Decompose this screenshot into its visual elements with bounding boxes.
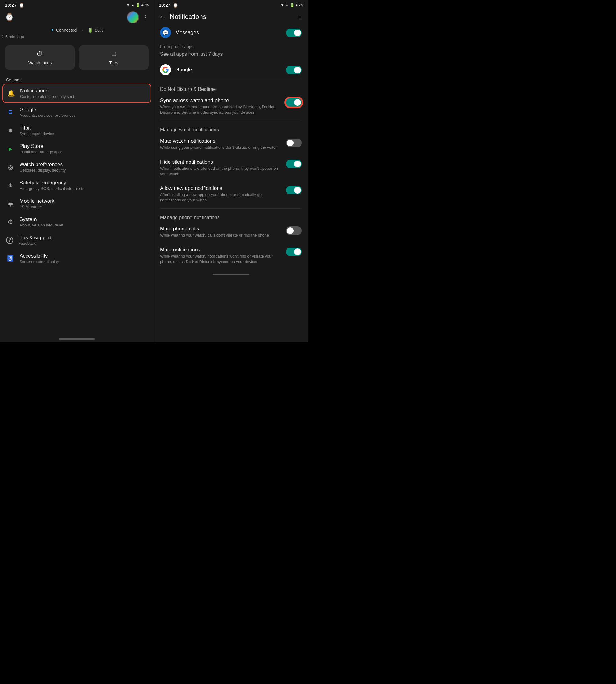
notifications-icon: 🔔 — [7, 89, 15, 97]
mute-notifs-toggle[interactable] — [286, 247, 302, 256]
connected-label: Connected — [56, 28, 77, 32]
right-battery-pct: 45% — [296, 3, 303, 7]
tiles-button-icon: ⊟ — [111, 50, 116, 58]
mobile-network-icon: ◉ — [6, 199, 15, 208]
settings-item-notifications[interactable]: 🔔 Notifications Customize alerts, recent… — [2, 84, 151, 103]
allow-new-app-toggle[interactable] — [286, 186, 302, 195]
allow-new-app-toggle-container — [286, 185, 302, 195]
sync-row-subtitle: When your watch and phone are connected … — [160, 104, 282, 115]
system-subtitle: About, version info, reset — [20, 223, 148, 227]
allow-new-app-row[interactable]: Allow new app notifications After instal… — [154, 181, 308, 207]
mute-calls-row[interactable]: Mute phone calls While wearing your watc… — [154, 222, 308, 242]
tiles-button[interactable]: ⊟ Tiles — [79, 45, 149, 70]
see-all-label[interactable]: See all apps from last 7 days — [154, 50, 308, 61]
mute-watch-subtitle: While using your phone, notifications do… — [160, 145, 282, 150]
right-panel: 10:27 ⌚ ▼ ▲ 🔋 45% ← Notifications ⋮ 💬 Me… — [154, 0, 308, 342]
left-header: ⌚ ⋮ — [0, 9, 154, 26]
fitbit-text: Fitbit Sync, unpair device — [20, 125, 148, 136]
from-phone-apps-label: From phone apps — [154, 42, 308, 50]
google-toggle[interactable] — [286, 66, 302, 74]
play-store-text: Play Store Install and manage apps — [20, 143, 148, 154]
system-text: System About, version info, reset — [20, 216, 148, 227]
battery-pct-label: 80% — [95, 28, 103, 32]
settings-item-system[interactable]: ⚙ System About, version info, reset — [2, 213, 151, 231]
wifi-icon: ▼ — [126, 3, 130, 7]
divider-3 — [160, 208, 302, 209]
messages-app-row[interactable]: 💬 Messages — [154, 23, 308, 42]
mute-watch-toggle[interactable] — [286, 139, 302, 147]
mobile-network-title: Mobile network — [20, 198, 148, 204]
mute-notifs-row[interactable]: Mute notifications While wearing your wa… — [154, 243, 308, 269]
divider-1 — [160, 80, 302, 81]
divider-2 — [160, 121, 302, 121]
fitbit-icon: ⁜ — [6, 126, 15, 135]
watch-faces-button-icon: ⏱ — [37, 50, 43, 58]
tips-subtitle: Feedback — [18, 241, 148, 246]
back-button[interactable]: ← Notifications — [159, 13, 206, 21]
messages-toggle-container — [286, 28, 302, 37]
left-more-menu[interactable]: ⋮ — [142, 14, 149, 21]
manage-phone-label: Manage phone notifications — [154, 210, 308, 222]
right-watch-icon: ⌚ — [173, 3, 178, 8]
safety-text: Safety & emergency Emergency SOS, medica… — [20, 180, 148, 191]
tips-text: Tips & support Feedback — [18, 235, 148, 246]
settings-item-tips[interactable]: ? Tips & support Feedback — [2, 231, 151, 249]
left-panel: 10:27 ⌚ ▼ ▲ 🔋 45% ⌚ ⋮ ✦ Connected • 🔋 80… — [0, 0, 154, 342]
sync-toggle[interactable] — [286, 98, 302, 107]
right-status-bar: 10:27 ⌚ ▼ ▲ 🔋 45% — [154, 0, 308, 9]
right-status-icons: ▼ ▲ 🔋 45% — [281, 3, 303, 7]
sync-row[interactable]: Sync across watch and phone When your wa… — [154, 93, 308, 119]
notifications-subtitle: Customize alerts, recently sent — [20, 94, 147, 99]
hide-silent-toggle-container — [286, 159, 302, 168]
settings-item-watch-preferences[interactable]: ◎ Watch preferences Gestures, display, s… — [2, 158, 151, 176]
mute-watch-toggle-thumb — [287, 139, 293, 146]
avatar[interactable] — [127, 11, 139, 23]
sync-toggle-container — [286, 97, 302, 107]
allow-new-app-subtitle: After installing a new app on your phone… — [160, 192, 282, 203]
mute-calls-toggle[interactable] — [286, 226, 302, 235]
messages-app-label: Messages — [175, 29, 282, 36]
signal-icon: ▲ — [131, 3, 134, 7]
safety-icon: ✳ — [6, 181, 15, 190]
allow-new-app-content: Allow new app notifications After instal… — [160, 185, 282, 203]
accessibility-title: Accessibility — [20, 253, 148, 259]
mobile-network-text: Mobile network eSIM, carrier — [20, 198, 148, 209]
safety-title: Safety & emergency — [20, 180, 148, 186]
settings-item-safety[interactable]: ✳ Safety & emergency Emergency SOS, medi… — [2, 176, 151, 195]
messages-toggle[interactable] — [286, 29, 302, 37]
google-logo-svg — [162, 66, 169, 73]
left-watch-icon: ⌚ — [19, 3, 24, 8]
watch-preferences-subtitle: Gestures, display, security — [20, 168, 148, 173]
settings-item-accessibility[interactable]: ♿ Accessibility Screen reader, display — [2, 249, 151, 268]
sync-row-content: Sync across watch and phone When your wa… — [160, 97, 282, 115]
mute-watch-content: Mute watch notifications While using you… — [160, 138, 282, 150]
hide-silent-row[interactable]: Hide silent notifications When notificat… — [154, 155, 308, 181]
google-text: Google Accounts, services, preferences — [20, 107, 148, 118]
settings-item-google[interactable]: G Google Accounts, services, preferences — [2, 103, 151, 121]
system-icon: ⚙ — [6, 218, 15, 226]
settings-list: 🔔 Notifications Customize alerts, recent… — [0, 84, 154, 268]
watch-preferences-icon: ◎ — [6, 163, 15, 171]
right-signal-icon: ▲ — [285, 3, 289, 7]
watch-faces-button-label: Watch faces — [28, 60, 52, 65]
mute-calls-toggle-container — [286, 226, 302, 235]
mute-watch-row[interactable]: Mute watch notifications While using you… — [154, 134, 308, 155]
connected-status: ✦ Connected • 🔋 80% ⁙ 6 min. ago — [0, 26, 154, 43]
do-not-disturb-label: Do Not Disturb & Bedtime — [154, 82, 308, 93]
right-more-menu[interactable]: ⋮ — [297, 13, 303, 20]
sync-time-label: 6 min. ago — [5, 35, 24, 39]
notifications-text: Notifications Customize alerts, recently… — [20, 88, 147, 99]
watch-faces-button[interactable]: ⏱ Watch faces — [5, 45, 75, 70]
play-store-subtitle: Install and manage apps — [20, 150, 148, 154]
sync-toggle-thumb — [294, 99, 301, 106]
settings-item-play-store[interactable]: ▶ Play Store Install and manage apps — [2, 139, 151, 158]
right-header: ← Notifications ⋮ — [154, 9, 308, 23]
google-app-row[interactable]: Google — [154, 61, 308, 79]
google-toggle-container — [286, 65, 302, 74]
settings-item-fitbit[interactable]: ⁜ Fitbit Sync, unpair device — [2, 121, 151, 139]
settings-item-mobile-network[interactable]: ◉ Mobile network eSIM, carrier — [2, 195, 151, 213]
mute-calls-title: Mute phone calls — [160, 226, 282, 232]
play-store-icon: ▶ — [6, 145, 15, 153]
mute-calls-content: Mute phone calls While wearing your watc… — [160, 226, 282, 238]
hide-silent-toggle[interactable] — [286, 160, 302, 168]
